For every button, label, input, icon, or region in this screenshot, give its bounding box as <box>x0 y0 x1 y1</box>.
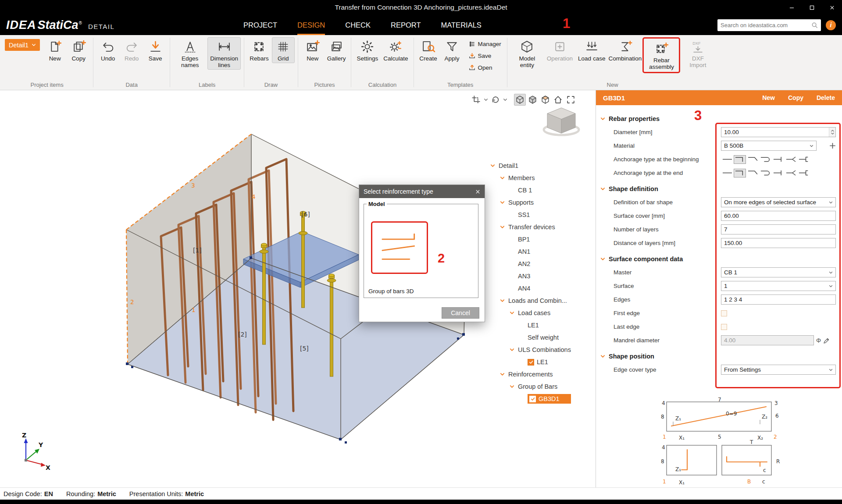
operation-button[interactable]: Operation <box>545 37 575 63</box>
definition-of-bar-shape-select[interactable]: On more edges of selected surface <box>721 197 836 207</box>
chevron-down-icon[interactable] <box>502 98 508 101</box>
chevron-down-icon[interactable] <box>500 299 507 302</box>
dxf-import-button[interactable]: DXFDXF Import <box>681 37 714 70</box>
master-select[interactable]: CB 1 <box>721 267 836 277</box>
chevron-down-icon[interactable] <box>510 348 517 351</box>
section-rebar-properties[interactable]: Rebar properties <box>596 112 842 125</box>
diameter-mm-input[interactable] <box>721 127 836 137</box>
copy-button[interactable]: Copy <box>788 94 803 101</box>
chevron-down-icon[interactable] <box>500 176 507 180</box>
tree-item-load-cases[interactable]: Load cases <box>488 307 596 319</box>
edge-cover-type-select[interactable]: From Settings <box>721 365 836 375</box>
anchorage-type-1-icon[interactable] <box>721 169 733 177</box>
save-button[interactable]: Save <box>466 50 504 61</box>
anchorage-type-5-icon[interactable] <box>772 169 784 177</box>
search-input[interactable] <box>721 22 811 28</box>
tree-item-le1[interactable]: LE1 <box>488 356 596 368</box>
settings-button[interactable]: Settings <box>354 37 380 63</box>
menu-materials[interactable]: MATERIALS <box>441 15 482 35</box>
model-entity-button[interactable]: Model entity <box>510 37 544 70</box>
tree-item-uls-combinations[interactable]: ULS Combinations <box>488 344 596 356</box>
tree-item-supports[interactable]: Supports <box>488 196 596 209</box>
project-selector[interactable]: Detail1 <box>5 39 40 51</box>
chevron-down-icon[interactable] <box>500 201 507 204</box>
apply-button[interactable]: Apply <box>441 37 464 63</box>
info-icon[interactable]: i <box>826 20 836 30</box>
rebar-assembly-button[interactable]: Rebar assembly <box>645 39 678 71</box>
last-edge-checkbox[interactable] <box>721 324 727 330</box>
chevron-down-icon[interactable] <box>483 98 489 101</box>
number-of-layers-input[interactable] <box>721 224 836 234</box>
menu-design[interactable]: DESIGN <box>297 15 325 35</box>
undo-button[interactable]: Undo <box>96 37 119 63</box>
tree-item-gb3d1[interactable]: GB3D1 <box>488 393 596 405</box>
cube-wire-button[interactable] <box>514 94 526 106</box>
anchorage-type-4-icon[interactable] <box>759 155 771 164</box>
new-button[interactable]: New <box>301 37 324 63</box>
tree-item-le1[interactable]: LE1 <box>488 319 596 331</box>
close-icon[interactable] <box>475 189 480 194</box>
checkbox[interactable] <box>529 396 536 402</box>
save-button[interactable]: Save <box>144 37 167 63</box>
tree-item-an4[interactable]: AN4 <box>488 282 596 295</box>
surface-cover-mm-input[interactable] <box>721 211 836 221</box>
cube-section-button[interactable] <box>539 94 551 106</box>
tree-item-an1[interactable]: AN1 <box>488 245 596 258</box>
tree-item-group-of-bars[interactable]: Group of Bars <box>488 380 596 393</box>
edges-names-button[interactable]: Edges names <box>173 37 207 70</box>
material-select[interactable]: B 500B <box>721 141 817 151</box>
add-material-button[interactable] <box>829 142 836 149</box>
redo-button[interactable]: Redo <box>120 37 143 63</box>
cancel-button[interactable]: Cancel <box>442 307 479 319</box>
tree-item-an3[interactable]: AN3 <box>488 270 596 282</box>
chevron-down-icon[interactable] <box>490 164 498 167</box>
tree-item-members[interactable]: Members <box>488 172 596 184</box>
tree-item-reinforcements[interactable]: Reinforcements <box>488 368 596 380</box>
surface-select[interactable]: 1 <box>721 281 836 291</box>
menu-project[interactable]: PROJECT <box>243 15 277 35</box>
rebars-button[interactable]: Rebars <box>247 37 271 63</box>
anchorage-type-7-icon[interactable] <box>797 155 810 164</box>
viewport-3d[interactable]: 1234[1][2][5][6]ZYX Select reinforcement… <box>0 90 596 487</box>
section-shape-definition[interactable]: Shape definition <box>596 182 842 195</box>
anchorage-type-6-icon[interactable] <box>785 155 797 164</box>
minimize-icon[interactable] <box>781 0 802 15</box>
anchorage-type-7-icon[interactable] <box>797 169 810 177</box>
chevron-down-icon[interactable] <box>500 225 507 229</box>
anchorage-type-2-icon[interactable] <box>734 155 746 164</box>
tree-item-ss1[interactable]: SS1 <box>488 209 596 221</box>
anchorage-type-6-icon[interactable] <box>785 169 797 177</box>
chevron-down-icon[interactable] <box>510 311 517 315</box>
anchorage-type-5-icon[interactable] <box>772 155 784 164</box>
search-icon[interactable] <box>811 22 818 28</box>
rotate-tool-button[interactable] <box>489 94 501 106</box>
tree-item-transfer-devices[interactable]: Transfer devices <box>488 221 596 233</box>
combination-button[interactable]: Combination <box>608 37 642 63</box>
delete-button[interactable]: Delete <box>817 94 835 101</box>
new-button[interactable]: New <box>43 37 66 63</box>
section-surface-component-data[interactable]: Surface component data <box>596 252 842 266</box>
chevron-down-icon[interactable] <box>510 385 517 388</box>
chevron-down-icon[interactable] <box>500 373 507 376</box>
distance-of-layers-mm-input[interactable] <box>721 238 836 248</box>
copy-button[interactable]: Copy <box>67 37 90 63</box>
load-case-button[interactable]: Load case <box>576 37 607 63</box>
anchorage-type-3-icon[interactable] <box>746 169 759 177</box>
grid-button[interactable]: Grid <box>272 37 295 63</box>
create-button[interactable]: Create <box>417 37 440 63</box>
tree-item-cb-1[interactable]: CB 1 <box>488 184 596 196</box>
home-button[interactable] <box>552 94 564 106</box>
search-box[interactable] <box>717 19 821 31</box>
checkbox[interactable] <box>528 359 534 366</box>
tree-item-loads-and-combin[interactable]: Loads and Combin... <box>488 295 596 307</box>
anchorage-type-4-icon[interactable] <box>759 169 771 177</box>
open-button[interactable]: Open <box>466 62 504 73</box>
tree-item-detail1[interactable]: Detail1 <box>488 160 596 172</box>
maximize-icon[interactable] <box>802 0 822 15</box>
section-tool-button[interactable] <box>470 94 482 106</box>
group-of-bars-3d-option[interactable] <box>374 224 425 271</box>
first-edge-checkbox[interactable] <box>721 310 727 316</box>
calculate-button[interactable]: Calculate <box>381 37 410 63</box>
navigation-cube[interactable] <box>539 105 583 142</box>
menu-check[interactable]: CHECK <box>345 15 371 35</box>
